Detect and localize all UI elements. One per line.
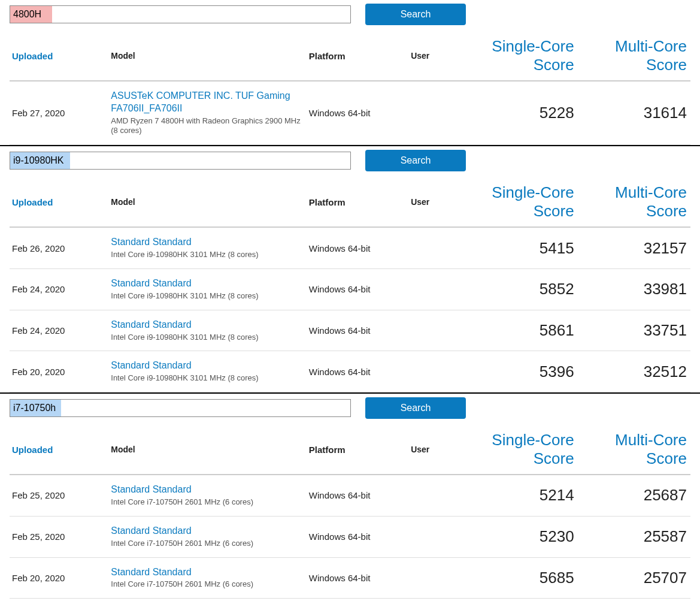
model-link[interactable]: Standard Standard	[111, 360, 304, 372]
col-multi-core-header[interactable]: Multi-Core Score	[577, 179, 690, 227]
search-button[interactable]: Search	[365, 397, 466, 419]
platform-cell: Windows 64-bit	[307, 227, 408, 268]
col-single-core-header[interactable]: Single-Core Score	[462, 179, 576, 227]
multi-core-cell: 33751	[577, 310, 690, 351]
platform-cell: Windows 64-bit	[307, 516, 408, 557]
single-core-cell: 5230	[462, 516, 576, 557]
table-row: Feb 25, 2020Standard StandardIntel Core …	[10, 475, 690, 516]
multi-core-cell: 25687	[577, 475, 690, 516]
uploaded-cell: Feb 24, 2020	[10, 310, 108, 351]
user-cell	[408, 516, 462, 557]
model-subtitle: Intel Core i9-10980HK 3101 MHz (8 cores)	[111, 373, 304, 383]
model-subtitle: Intel Core i9-10980HK 3101 MHz (8 cores)	[111, 333, 304, 343]
uploaded-cell: Feb 25, 2020	[10, 516, 108, 557]
table-row: Feb 26, 2020Standard StandardIntel Core …	[10, 227, 690, 268]
multi-core-cell: 32512	[577, 351, 690, 392]
single-core-cell: 5214	[462, 475, 576, 516]
model-link[interactable]: Standard Standard	[111, 236, 304, 249]
model-cell: Standard StandardIntel Core i9-10980HK 3…	[108, 310, 307, 351]
model-subtitle: Intel Core i9-10980HK 3101 MHz (8 cores)	[111, 250, 304, 260]
table-row: Feb 24, 2020Standard StandardIntel Core …	[10, 269, 690, 310]
multi-core-cell: 22323	[577, 599, 690, 607]
uploaded-cell: Feb 20, 2020	[10, 557, 108, 599]
table-row: Feb 17, 2020HP OMEN by HP Laptop 15-dh1x…	[10, 599, 690, 607]
results-section: SearchUploadedModelPlatformUserSingle-Co…	[0, 0, 700, 145]
model-cell: Standard StandardIntel Core i9-10980HK 3…	[108, 351, 307, 392]
uploaded-cell: Feb 24, 2020	[10, 269, 108, 310]
user-cell	[408, 475, 462, 516]
col-single-core-header[interactable]: Single-Core Score	[462, 32, 576, 81]
single-core-cell: 5396	[462, 351, 576, 392]
model-link[interactable]: Standard Standard	[111, 566, 304, 579]
platform-cell: Windows 64-bit	[307, 599, 408, 607]
col-multi-core-header[interactable]: Multi-Core Score	[577, 32, 690, 81]
platform-cell: Windows 64-bit	[307, 475, 408, 516]
single-core-cell: 5861	[462, 310, 576, 351]
results-table: UploadedModelPlatformUserSingle-Core Sco…	[10, 179, 690, 392]
col-multi-core-header[interactable]: Multi-Core Score	[577, 426, 690, 475]
search-input[interactable]	[10, 5, 351, 23]
results-section: SearchUploadedModelPlatformUserSingle-Co…	[0, 392, 700, 607]
col-platform-header: Platform	[307, 32, 408, 81]
multi-core-cell: 25587	[577, 516, 690, 557]
col-uploaded-header[interactable]: Uploaded	[10, 32, 108, 81]
model-subtitle: AMD Ryzen 7 4800H with Radeon Graphics 2…	[111, 116, 304, 137]
search-input[interactable]	[10, 152, 351, 170]
user-cell	[408, 227, 462, 268]
model-cell: Standard StandardIntel Core i7-10750H 26…	[108, 557, 307, 599]
model-link[interactable]: Standard Standard	[111, 484, 304, 496]
model-cell: Standard StandardIntel Core i7-10750H 26…	[108, 475, 307, 516]
multi-core-cell: 32157	[577, 227, 690, 268]
model-cell: Standard StandardIntel Core i7-10750H 26…	[108, 516, 307, 557]
multi-core-cell: 25707	[577, 557, 690, 599]
col-user-header: User	[408, 426, 462, 475]
user-cell	[408, 351, 462, 392]
model-link[interactable]: ASUSTeK COMPUTER INC. TUF Gaming FA706II…	[111, 90, 304, 115]
uploaded-cell: Feb 17, 2020	[10, 599, 108, 607]
col-platform-header: Platform	[307, 179, 408, 227]
col-uploaded-header[interactable]: Uploaded	[10, 179, 108, 227]
search-row: Search	[10, 4, 690, 25]
table-row: Feb 20, 2020Standard StandardIntel Core …	[10, 557, 690, 599]
uploaded-cell: Feb 25, 2020	[10, 475, 108, 516]
user-cell	[408, 269, 462, 310]
platform-cell: Windows 64-bit	[307, 557, 408, 599]
table-row: Feb 27, 2020ASUSTeK COMPUTER INC. TUF Ga…	[10, 81, 690, 145]
platform-cell: Windows 64-bit	[307, 269, 408, 310]
col-uploaded-header[interactable]: Uploaded	[10, 426, 108, 475]
search-button[interactable]: Search	[365, 4, 466, 25]
table-row: Feb 20, 2020Standard StandardIntel Core …	[10, 351, 690, 392]
single-core-cell: 5685	[462, 557, 576, 599]
model-link[interactable]: Standard Standard	[111, 277, 304, 290]
col-user-header: User	[408, 32, 462, 81]
col-model-header: Model	[108, 32, 307, 81]
results-table: UploadedModelPlatformUserSingle-Core Sco…	[10, 426, 690, 607]
multi-core-cell: 31614	[577, 81, 690, 145]
search-button[interactable]: Search	[365, 150, 466, 171]
user-cell	[408, 599, 462, 607]
col-user-header: User	[408, 179, 462, 227]
search-input[interactable]	[10, 399, 351, 417]
table-row: Feb 24, 2020Standard StandardIntel Core …	[10, 310, 690, 351]
model-cell: Standard StandardIntel Core i9-10980HK 3…	[108, 269, 307, 310]
single-core-cell: 5228	[462, 81, 576, 145]
platform-cell: Windows 64-bit	[307, 351, 408, 392]
model-subtitle: Intel Core i7-10750H 2601 MHz (6 cores)	[111, 497, 304, 508]
platform-cell: Windows 64-bit	[307, 81, 408, 145]
single-core-cell: 5852	[462, 269, 576, 310]
col-model-header: Model	[108, 179, 307, 227]
model-link[interactable]: Standard Standard	[111, 319, 304, 331]
model-subtitle: Intel Core i7-10750H 2601 MHz (6 cores)	[111, 579, 304, 590]
platform-cell: Windows 64-bit	[307, 310, 408, 351]
results-table: UploadedModelPlatformUserSingle-Core Sco…	[10, 32, 690, 145]
table-row: Feb 25, 2020Standard StandardIntel Core …	[10, 516, 690, 557]
single-core-cell: 5415	[462, 227, 576, 268]
col-single-core-header[interactable]: Single-Core Score	[462, 426, 576, 475]
uploaded-cell: Feb 26, 2020	[10, 227, 108, 268]
multi-core-cell: 33981	[577, 269, 690, 310]
model-cell: Standard StandardIntel Core i9-10980HK 3…	[108, 227, 307, 268]
model-subtitle: Intel Core i9-10980HK 3101 MHz (8 cores)	[111, 291, 304, 301]
col-model-header: Model	[108, 426, 307, 475]
model-link[interactable]: Standard Standard	[111, 525, 304, 537]
single-core-cell: 5459	[462, 599, 576, 607]
